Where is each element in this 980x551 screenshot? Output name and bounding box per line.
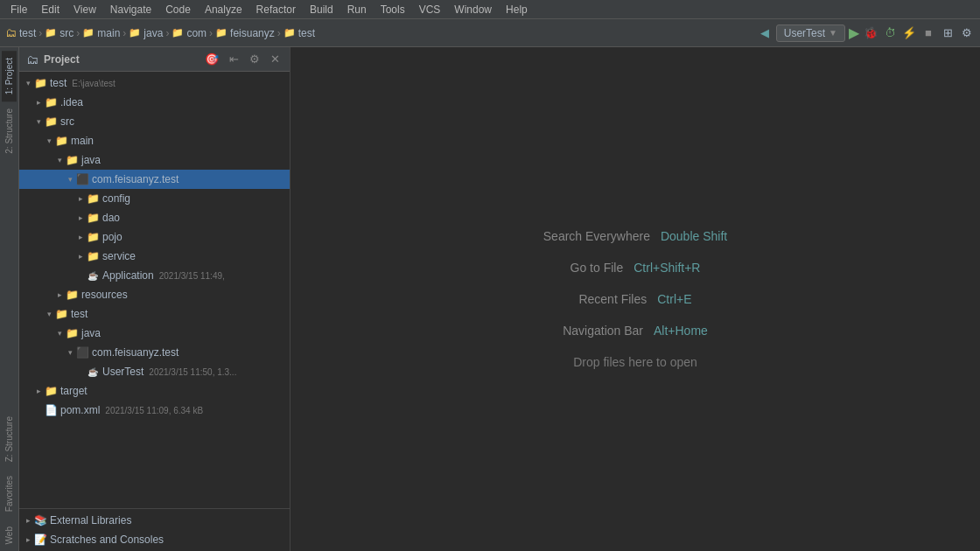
label-target: target	[60, 385, 88, 397]
breadcrumb-src[interactable]: 📁 src	[45, 27, 74, 39]
menu-refactor[interactable]: Refactor	[249, 2, 303, 17]
meta-root: E:\java\test	[72, 79, 115, 88]
panel-collapse-btn[interactable]: ⇤	[227, 52, 242, 66]
label-root: test	[50, 77, 66, 89]
hint-navbar-label: Navigation Bar	[563, 324, 643, 338]
label-pojo: pojo	[102, 231, 122, 243]
icon-dao: 📁	[86, 211, 100, 225]
coverage-icon[interactable]: ⏱	[882, 25, 898, 41]
icon-resources: 📁	[65, 288, 79, 302]
menu-navigate[interactable]: Navigate	[103, 2, 158, 17]
settings-icon[interactable]: ⚙	[959, 25, 975, 41]
tree-item-usertest[interactable]: ▸ ☕ UserTest 2021/3/15 11:50, 1.3...	[19, 362, 290, 381]
menu-view[interactable]: View	[66, 2, 103, 17]
sidebar-tab-structure-z[interactable]: Z: Structure	[2, 409, 17, 469]
run-config-label: UserTest	[784, 27, 825, 39]
icon-pojo: 📁	[86, 230, 100, 244]
breadcrumb-feisuanyz[interactable]: 📁 feisuanyz	[215, 27, 275, 39]
arrow-scratches: ▸	[23, 534, 33, 545]
arrow-test: ▾	[44, 309, 54, 319]
tree-item-testjava[interactable]: ▾ 📁 java	[19, 324, 290, 343]
sidebar-tab-favorites[interactable]: Favorites	[2, 469, 17, 519]
tree-item-target[interactable]: ▸ 📁 target	[19, 381, 290, 401]
run-configuration[interactable]: UserTest ▼	[776, 24, 845, 42]
label-ext-libs: External Libraries	[50, 514, 131, 527]
tree-item-application[interactable]: ▸ ☕ Application 2021/3/15 11:49,	[19, 266, 290, 285]
breadcrumb-com[interactable]: 📁 com	[172, 27, 206, 39]
tree-item-dao[interactable]: ▸ 📁 dao	[19, 208, 290, 227]
stop-icon[interactable]: ■	[920, 25, 936, 41]
toolbar: 🗂 test › 📁 src › 📁 main › 📁 java › 📁 com…	[0, 19, 980, 47]
label-config: config	[102, 192, 130, 205]
arrow-ext-libs: ▸	[23, 515, 33, 526]
icon-usertest: ☕	[86, 365, 100, 379]
icon-src: 📁	[44, 115, 58, 129]
arrow-pkg: ▾	[65, 174, 75, 185]
menu-run[interactable]: Run	[340, 2, 374, 17]
arrow-dao: ▸	[75, 213, 86, 223]
menu-build[interactable]: Build	[303, 2, 340, 17]
hint-navbar-shortcut: Alt+Home	[654, 324, 708, 338]
debug-icon[interactable]: 🐞	[863, 25, 878, 41]
label-usertest: UserTest	[102, 366, 144, 378]
project-panel: 🗂 Project 🎯 ⇤ ⚙ ✕ ▾ 📁 test E:\java\test …	[19, 47, 290, 551]
profiler-icon[interactable]: ⚡	[901, 25, 917, 41]
breadcrumb-project[interactable]: 🗂 test	[5, 26, 36, 39]
arrow-testjava: ▾	[54, 328, 65, 338]
icon-root: 📁	[33, 76, 47, 90]
tree-item-idea[interactable]: ▸ 📁 .idea	[19, 93, 290, 112]
label-resources: resources	[81, 289, 128, 301]
label-testjava: java	[81, 327, 101, 339]
tree-item-config[interactable]: ▸ 📁 config	[19, 189, 290, 208]
arrow-java: ▾	[54, 155, 65, 165]
hint-recent: Recent Files Ctrl+E	[578, 292, 691, 306]
tree-item-resources[interactable]: ▸ 📁 resources	[19, 285, 290, 304]
tree-item-test[interactable]: ▾ 📁 test	[19, 304, 290, 324]
menu-help[interactable]: Help	[499, 2, 535, 17]
menu-tools[interactable]: Tools	[374, 2, 412, 17]
tree-item-src[interactable]: ▾ 📁 src	[19, 112, 290, 131]
tree-item-main[interactable]: ▾ 📁 main	[19, 131, 290, 150]
breadcrumb-test[interactable]: 📁 test	[284, 27, 315, 39]
hint-search-label: Search Everywhere	[543, 229, 650, 243]
breadcrumb-main[interactable]: 📁 main	[82, 27, 120, 39]
tree-item-pkg[interactable]: ▾ ⬛ com.feisuanyz.test	[19, 170, 290, 189]
menu-window[interactable]: Window	[447, 2, 499, 17]
tree-item-root[interactable]: ▾ 📁 test E:\java\test	[19, 73, 290, 93]
panel-settings-btn[interactable]: ⚙	[247, 52, 262, 66]
back-icon[interactable]: ◀	[757, 25, 773, 41]
icon-test: 📁	[54, 307, 68, 321]
label-application: Application	[102, 269, 154, 282]
run-button[interactable]: ▶	[849, 24, 859, 41]
menu-edit[interactable]: Edit	[34, 2, 66, 17]
tree-item-scratches[interactable]: ▸ 📝 Scratches and Consoles	[19, 530, 290, 549]
hint-recent-shortcut: Ctrl+E	[657, 292, 691, 306]
toolbar-right: ◀ UserTest ▼ ▶ 🐞 ⏱ ⚡ ■ ⊞ ⚙	[757, 24, 975, 42]
menu-analyze[interactable]: Analyze	[198, 2, 249, 17]
icon-config: 📁	[86, 192, 100, 206]
sidebar-tab-web[interactable]: Web	[2, 520, 17, 551]
side-tabs-left: 1: Project 2: Structure Z: Structure Fav…	[0, 47, 19, 551]
menu-file[interactable]: File	[4, 2, 34, 17]
breadcrumb-java[interactable]: 📁 java	[129, 27, 163, 39]
tree-item-external-libs[interactable]: ▸ 📚 External Libraries	[19, 511, 290, 530]
layout-icon[interactable]: ⊞	[940, 25, 956, 41]
label-main: main	[71, 135, 94, 147]
panel-locate-btn[interactable]: 🎯	[202, 52, 221, 66]
sidebar-tab-structure-2[interactable]: 2: Structure	[2, 101, 17, 161]
tree-item-testpkg[interactable]: ▾ ⬛ com.feisuanyz.test	[19, 343, 290, 362]
tree-item-pojo[interactable]: ▸ 📁 pojo	[19, 227, 290, 247]
label-dao: dao	[102, 212, 120, 224]
label-testpkg: com.feisuanyz.test	[92, 346, 178, 359]
arrow-main: ▾	[44, 136, 54, 146]
menu-vcs[interactable]: VCS	[412, 2, 448, 17]
icon-target: 📁	[44, 384, 58, 398]
panel-project-icon: 🗂	[26, 52, 38, 66]
panel-close-btn[interactable]: ✕	[268, 52, 283, 66]
hint-search: Search Everywhere Double Shift	[543, 229, 727, 243]
tree-item-java[interactable]: ▾ 📁 java	[19, 150, 290, 170]
sidebar-tab-project[interactable]: 1: Project	[2, 51, 17, 101]
menu-code[interactable]: Code	[158, 2, 198, 17]
tree-item-service[interactable]: ▸ 📁 service	[19, 247, 290, 266]
tree-item-pom[interactable]: ▸ 📄 pom.xml 2021/3/15 11:09, 6.34 kB	[19, 401, 290, 420]
